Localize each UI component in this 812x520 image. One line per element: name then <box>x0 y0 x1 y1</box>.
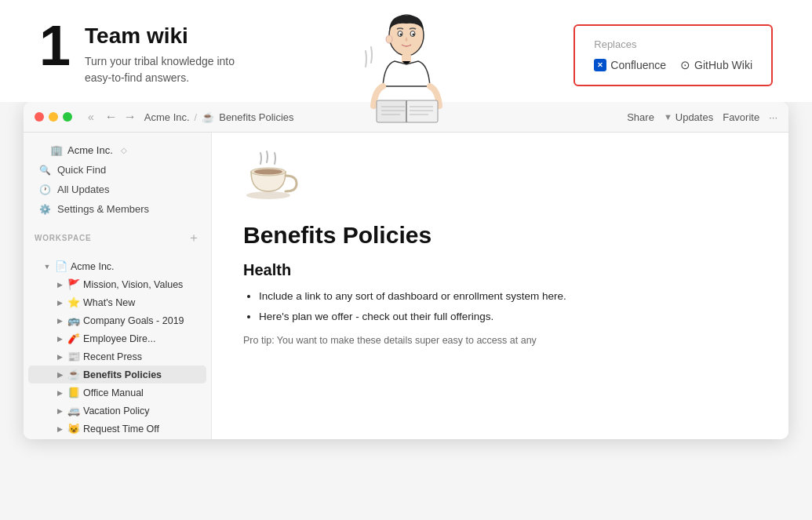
tree-item-office-manual[interactable]: ▶ 📒 Office Manual <box>28 384 206 402</box>
tree-item-company-goals[interactable]: ▶ 🚌 Company Goals - 2019 <box>28 311 206 329</box>
share-button[interactable]: Share <box>627 111 654 123</box>
tree-item-acme[interactable]: ▼ 📄 Acme Inc. <box>28 257 206 275</box>
settings-label: Settings & Members <box>57 203 149 215</box>
main-content: Benefits Policies Health Include a link … <box>212 133 788 439</box>
tree-item-recent-press[interactable]: ▶ 📰 Recent Press <box>28 347 206 365</box>
close-button[interactable] <box>35 112 44 122</box>
replaces-brands: ✕ Confluence ⊙ GitHub Wiki <box>594 58 752 72</box>
tree-item-vacation-policy[interactable]: ▶ 🚐 Vacation Policy <box>28 402 206 420</box>
tree-item-employee-dir[interactable]: ▶ 🧨 Employee Dire... <box>28 329 206 347</box>
hero-section: 1 Team wiki Turn your tribal knowledge i… <box>0 0 812 102</box>
tree-chevron: ▶ <box>55 317 64 325</box>
tree-label: Mission, Vision, Values <box>83 279 183 290</box>
traffic-lights <box>35 112 72 122</box>
tree-chevron: ▶ <box>55 335 64 343</box>
tree-icon: 📰 <box>67 351 80 362</box>
updates-chevron: ▼ <box>664 112 672 122</box>
health-bullet-list: Include a link to any sort of dashboard … <box>243 289 757 325</box>
forward-button[interactable]: → <box>124 110 137 124</box>
tree-item-benefits[interactable]: ▶ ☕ Benefits Policies <box>28 365 206 384</box>
tree-label: Recent Press <box>83 351 142 362</box>
gear-icon: ⚙️ <box>39 204 51 215</box>
updates-label: Updates <box>675 111 713 123</box>
search-icon: 🔍 <box>39 165 51 176</box>
tree-chevron: ▶ <box>55 299 64 307</box>
tree-item-request-time[interactable]: ▶ 😺 Request Time Off <box>28 420 206 438</box>
tree-label: Employee Dire... <box>83 333 155 344</box>
breadcrumb-org[interactable]: Acme Inc. <box>144 111 190 123</box>
svg-point-18 <box>254 169 282 175</box>
workspace-label: WORKSPACE <box>35 234 92 242</box>
svg-point-4 <box>412 34 414 36</box>
tree-label: Company Goals - 2019 <box>83 315 184 326</box>
pro-tip: Pro tip: You want to make these details … <box>243 333 757 348</box>
hero-subtitle: Turn your tribal knowledge into easy-to-… <box>85 53 235 86</box>
tree-item-mission[interactable]: ▶ 🚩 Mission, Vision, Values <box>28 275 206 293</box>
svg-point-5 <box>386 35 392 43</box>
svg-rect-7 <box>377 100 408 122</box>
tree-label: Vacation Policy <box>83 405 150 416</box>
tree-icon: 🚌 <box>67 315 80 326</box>
app-window: « ← → Acme Inc. / ☕ Benefits Policies Sh… <box>24 102 788 439</box>
tree-item-whats-new[interactable]: ▶ ⭐ What's New <box>28 293 206 311</box>
tree-icon: ☕ <box>67 369 80 380</box>
sidebar-header-items: 🏢 Acme Inc. ◇ 🔍 Quick Find 🕐 All Updates… <box>24 140 211 219</box>
confluence-icon: ✕ <box>594 59 606 71</box>
tree-chevron: ▶ <box>55 425 64 433</box>
confluence-label: Confluence <box>610 59 666 71</box>
workspace-header: WORKSPACE ＋ <box>35 230 200 246</box>
svg-rect-8 <box>406 100 438 122</box>
nav-arrows: ← → <box>105 110 137 124</box>
back-button[interactable]: ← <box>105 110 118 124</box>
replaces-box: Replaces ✕ Confluence ⊙ GitHub Wiki <box>573 24 773 86</box>
breadcrumb-separator: / <box>195 111 198 123</box>
tree-chevron: ▶ <box>55 281 64 289</box>
tree-label: What's New <box>83 297 135 308</box>
sidebar-org-row[interactable]: 🏢 Acme Inc. ◇ <box>35 140 200 160</box>
sidebar-item-all-updates[interactable]: 🕐 All Updates <box>35 180 200 199</box>
sidebar-item-quick-find[interactable]: 🔍 Quick Find <box>35 160 200 180</box>
breadcrumb-page[interactable]: Benefits Policies <box>219 111 293 123</box>
maximize-button[interactable] <box>63 112 72 122</box>
hero-illustration <box>359 8 453 136</box>
bullet-item-2: Here's plan we offer - check out their f… <box>259 309 757 325</box>
coffee-icon <box>243 148 757 209</box>
hero-text: Team wiki Turn your tribal knowledge int… <box>85 24 235 86</box>
replaces-label: Replaces <box>594 38 752 50</box>
favorite-button[interactable]: Favorite <box>723 111 759 123</box>
tree-icon: 🧨 <box>67 333 80 344</box>
all-updates-label: All Updates <box>57 184 109 195</box>
tree-label: Acme Inc. <box>71 261 115 272</box>
tree-chevron: ▶ <box>55 389 64 397</box>
org-chevron: ◇ <box>121 146 127 155</box>
add-workspace-button[interactable]: ＋ <box>188 230 200 246</box>
brand-github: ⊙ GitHub Wiki <box>680 58 752 72</box>
tree-label: Office Manual <box>83 387 144 398</box>
clock-icon: 🕐 <box>39 184 51 195</box>
more-button[interactable]: ··· <box>769 111 777 123</box>
tree-chevron: ▶ <box>55 407 64 415</box>
collapse-sidebar-button[interactable]: « <box>88 111 94 123</box>
github-label: GitHub Wiki <box>694 59 752 71</box>
tree-chevron: ▼ <box>42 263 52 271</box>
github-icon: ⊙ <box>680 58 690 72</box>
tree-chevron: ▶ <box>55 353 64 361</box>
svg-point-16 <box>246 191 290 199</box>
tree-label: Benefits Policies <box>83 369 162 380</box>
hero-title: Team wiki <box>85 24 235 49</box>
bullet-item-1: Include a link to any sort of dashboard … <box>259 289 757 304</box>
hero-left: 1 Team wiki Turn your tribal knowledge i… <box>39 24 235 86</box>
breadcrumb-icon: ☕ <box>202 111 214 123</box>
tree-icon: ⭐ <box>67 296 80 308</box>
org-icon: 🏢 <box>50 144 63 156</box>
quick-find-label: Quick Find <box>57 164 106 176</box>
brand-confluence: ✕ Confluence <box>594 59 666 71</box>
sidebar: 🏢 Acme Inc. ◇ 🔍 Quick Find 🕐 All Updates… <box>24 133 212 439</box>
sidebar-workspace: WORKSPACE ＋ <box>24 225 211 257</box>
tree-chevron: ▶ <box>55 371 64 379</box>
updates-button[interactable]: ▼ Updates <box>664 111 713 123</box>
tree-label: Request Time Off <box>83 424 159 435</box>
toolbar-right: Share ▼ Updates Favorite ··· <box>627 111 777 123</box>
sidebar-item-settings[interactable]: ⚙️ Settings & Members <box>35 199 200 219</box>
minimize-button[interactable] <box>49 112 58 122</box>
